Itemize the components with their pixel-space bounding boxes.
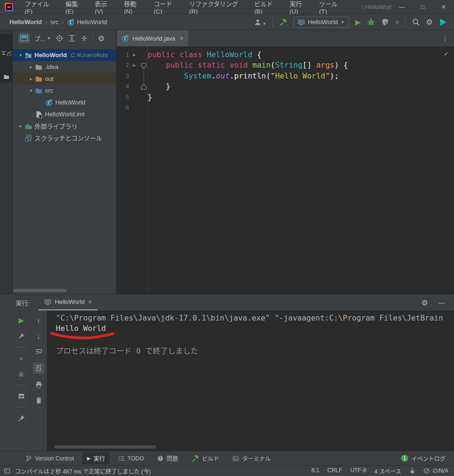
run-line-icon[interactable]: ▶ bbox=[129, 62, 140, 68]
inspections-ok-check-icon[interactable]: ✔ bbox=[445, 50, 448, 57]
locate-file-button[interactable] bbox=[56, 35, 63, 42]
code-text: } bbox=[148, 93, 152, 102]
toolwindow-button-label: TODO bbox=[128, 455, 144, 462]
project-view-dropdown[interactable]: プ...▼ bbox=[35, 35, 51, 43]
search-everywhere-button[interactable] bbox=[412, 18, 420, 26]
user-account-button[interactable]: ▼ bbox=[254, 18, 266, 26]
status-widget[interactable]: 6:1 bbox=[312, 467, 320, 475]
tab-options-menu-icon[interactable]: ⋮ bbox=[442, 35, 454, 42]
console-line: "C:\Program Files\Java\jdk-17.0.1\bin\ja… bbox=[56, 313, 454, 324]
toolwindow-button-実行[interactable]: ▶実行 bbox=[82, 452, 110, 464]
toolwindow-toggle-icon[interactable] bbox=[4, 468, 10, 474]
close-button[interactable]: × bbox=[433, 0, 454, 14]
clear-console-button[interactable] bbox=[33, 396, 44, 405]
window-controls: — □ × bbox=[392, 0, 454, 14]
toolwindow-button-ビルド[interactable]: ビルド bbox=[186, 452, 224, 464]
tree-item-label: HelloWorld bbox=[55, 99, 85, 106]
tree-row-HelloWorld.iml[interactable]: HelloWorld.iml bbox=[13, 108, 116, 120]
event-log-button[interactable]: 1 イベントログ bbox=[401, 454, 454, 462]
scroll-to-end-button[interactable] bbox=[33, 363, 44, 374]
tree-item-label: HelloWorld.iml bbox=[45, 111, 85, 118]
library-icon bbox=[25, 122, 32, 130]
tree-chevron-icon[interactable]: ▸ bbox=[17, 123, 25, 129]
restore-layout-button[interactable] bbox=[16, 391, 27, 401]
project-view-icon[interactable] bbox=[18, 33, 30, 43]
maximize-button[interactable]: □ bbox=[412, 0, 433, 14]
run-tool-window: 実行: HelloWorld × ⚙ — ▶ ■ ↑ ↓ "C:\Program… bbox=[0, 294, 454, 451]
tree-row-HelloWorld[interactable]: CHelloWorld bbox=[13, 96, 116, 108]
rerun-button[interactable]: ▶ bbox=[16, 316, 27, 325]
settings-gear-button[interactable]: ⚙ bbox=[426, 17, 433, 26]
tree-chevron-icon[interactable]: ▸ bbox=[27, 64, 35, 69]
tree-row-out[interactable]: ▸out bbox=[13, 73, 116, 85]
run-button[interactable]: ▶ bbox=[355, 18, 361, 26]
build-hammer-button[interactable] bbox=[279, 18, 287, 26]
collapse-all-button[interactable] bbox=[80, 35, 88, 42]
tree-row-外部ライブラリ[interactable]: ▸外部ライブラリ bbox=[13, 120, 116, 132]
tree-row-.idea[interactable]: ▸.idea bbox=[13, 61, 116, 73]
play-icon: ▶ bbox=[87, 456, 91, 461]
code-editor[interactable]: 1▶public class HelloWorld {2▶ public sta… bbox=[117, 46, 454, 294]
status-widget[interactable]: 4 スペース bbox=[375, 467, 402, 475]
scratch-icon bbox=[25, 134, 32, 142]
print-button[interactable] bbox=[33, 380, 44, 389]
status-widget[interactable]: CRLF bbox=[327, 467, 342, 475]
tree-item-label: .idea bbox=[45, 63, 58, 70]
tab-close-icon[interactable]: × bbox=[180, 35, 183, 42]
run-left-toolbar: ▶ ■ bbox=[13, 311, 30, 451]
toolwindow-button-label: 実行 bbox=[94, 454, 105, 462]
tree-item-label: HelloWorld bbox=[35, 52, 67, 59]
console-lines: "C:\Program Files\Java\jdk-17.0.1\bin\ja… bbox=[56, 313, 454, 355]
status-widget[interactable]: UTF-8 bbox=[350, 467, 367, 475]
tree-chevron-icon[interactable]: ▸ bbox=[27, 76, 35, 81]
tree-row-スクラッチとコンソール[interactable]: スクラッチとコンソール bbox=[13, 132, 116, 144]
edit-configuration-wrench-button[interactable] bbox=[16, 331, 27, 341]
stop-process-button[interactable]: ■ bbox=[16, 354, 27, 363]
console-horizontal-scrollbar[interactable] bbox=[54, 445, 156, 449]
prev-occurrence-button[interactable]: ↑ bbox=[33, 316, 44, 325]
tree-row-src[interactable]: ▾src bbox=[13, 85, 116, 96]
toolwindow-button-問題[interactable]: 問題 bbox=[152, 452, 183, 464]
tree-chevron-icon[interactable]: ▾ bbox=[17, 52, 25, 58]
project-options-gear-button[interactable]: ⚙ bbox=[98, 34, 105, 43]
highlight-level-widget[interactable]: ∅/N/A bbox=[423, 467, 448, 474]
toolbox-logo-icon[interactable] bbox=[439, 18, 447, 26]
line-number: 3 bbox=[117, 72, 129, 79]
soft-wrap-button[interactable] bbox=[33, 347, 44, 356]
run-configuration-select[interactable]: HelloWorld ▼ bbox=[293, 17, 349, 28]
tab-close-icon[interactable]: × bbox=[88, 298, 92, 306]
stripe-tab-project[interactable]: プロジェクト bbox=[0, 34, 13, 83]
run-tab-helloworld[interactable]: HelloWorld × bbox=[38, 294, 98, 311]
stop-button[interactable]: ■ bbox=[395, 18, 399, 26]
project-horizontal-scrollbar[interactable] bbox=[13, 289, 67, 292]
run-console-output[interactable]: "C:\Program Files\Java\jdk-17.0.1\bin\ja… bbox=[47, 311, 454, 451]
hide-panel-button[interactable]: — bbox=[438, 299, 445, 306]
editor-tab-helloworld-java[interactable]: C HelloWorld.java × bbox=[117, 30, 188, 46]
debug-bug-button[interactable] bbox=[367, 18, 375, 26]
tree-row-HelloWorld[interactable]: ▾HelloWorldC:¥Users¥shi bbox=[13, 49, 116, 61]
status-message: コンパイルは 2 秒 487 ms で正常に終了しました (今) bbox=[15, 467, 151, 475]
next-occurrence-button[interactable]: ↓ bbox=[33, 331, 44, 341]
coverage-button[interactable] bbox=[381, 18, 389, 26]
project-icon bbox=[25, 52, 32, 59]
tree-chevron-icon[interactable]: ▾ bbox=[27, 88, 35, 93]
breadcrumb-project[interactable]: HelloWorld bbox=[9, 18, 42, 26]
svg-text:C: C bbox=[124, 37, 126, 41]
run-settings-gear-button[interactable]: ⚙ bbox=[421, 298, 428, 307]
toolwindow-button-Version Control[interactable]: Version Control bbox=[21, 452, 79, 464]
breadcrumb-src[interactable]: src bbox=[50, 18, 58, 26]
hammer-icon bbox=[191, 454, 199, 462]
toolwindow-button-TODO[interactable]: TODO bbox=[114, 452, 148, 464]
toolbar-actions: ▼ HelloWorld ▼ ▶ ■ ⚙ bbox=[254, 17, 454, 28]
restart-debug-button[interactable] bbox=[16, 369, 27, 379]
minimize-button[interactable]: — bbox=[392, 0, 412, 14]
lock-icon[interactable] bbox=[409, 467, 415, 474]
expand-all-button[interactable] bbox=[68, 35, 76, 42]
breadcrumb-class[interactable]: C HelloWorld bbox=[67, 18, 107, 26]
run-line-icon[interactable]: ▶ bbox=[129, 52, 140, 57]
toolwindow-button-ターミナル[interactable]: ターミナル bbox=[227, 452, 275, 464]
terminal-icon bbox=[232, 455, 239, 462]
tree-item-label: スクラッチとコンソール bbox=[35, 133, 102, 142]
code-text: } bbox=[148, 82, 170, 91]
pin-tab-button[interactable] bbox=[16, 414, 27, 423]
